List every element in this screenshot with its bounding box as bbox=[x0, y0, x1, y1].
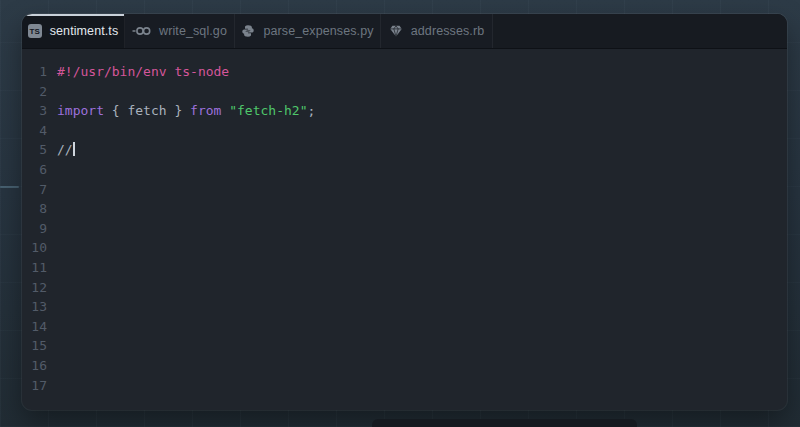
tab-label: parse_expenses.py bbox=[263, 24, 373, 38]
code-line[interactable]: 13 bbox=[28, 297, 787, 317]
line-number: 4 bbox=[28, 121, 47, 141]
line-number: 9 bbox=[28, 219, 47, 239]
code-lines: 1#!/usr/bin/env ts-node23import { fetch … bbox=[28, 62, 787, 395]
code-token-shebang: #!/usr/bin/env ts-node bbox=[57, 64, 229, 79]
tab-write-sql-go[interactable]: write_sql.go bbox=[125, 14, 235, 48]
code-token-plain: ; bbox=[307, 103, 315, 118]
tab-label: addresses.rb bbox=[411, 24, 484, 38]
code-line[interactable]: 8 bbox=[28, 199, 787, 219]
python-icon bbox=[241, 24, 255, 38]
line-number: 17 bbox=[28, 376, 47, 396]
line-number: 16 bbox=[28, 356, 47, 376]
line-number: 1 bbox=[28, 62, 47, 82]
line-number: 10 bbox=[28, 238, 47, 258]
text-cursor bbox=[73, 142, 75, 156]
code-token-plain: { fetch } bbox=[104, 103, 190, 118]
code-token-keyword: from bbox=[190, 103, 221, 118]
code-token-keyword: import bbox=[57, 103, 104, 118]
line-number: 5 bbox=[28, 140, 47, 160]
line-number: 12 bbox=[28, 278, 47, 298]
code-line[interactable]: 4 bbox=[28, 121, 787, 141]
tab-addresses-rb[interactable]: addresses.rb bbox=[381, 14, 493, 48]
line-number: 11 bbox=[28, 258, 47, 278]
line-number: 14 bbox=[28, 317, 47, 337]
code-line[interactable]: 1#!/usr/bin/env ts-node bbox=[28, 62, 787, 82]
line-number: 15 bbox=[28, 336, 47, 356]
next-panel-peek bbox=[372, 419, 637, 427]
code-editor-area[interactable]: 1#!/usr/bin/env ts-node23import { fetch … bbox=[22, 49, 787, 409]
line-number: 13 bbox=[28, 297, 47, 317]
code-line[interactable]: 10 bbox=[28, 238, 787, 258]
tab-parse-expenses-py[interactable]: parse_expenses.py bbox=[235, 14, 381, 48]
ruby-icon bbox=[389, 24, 403, 38]
code-text: import { fetch } from "fetch-h2"; bbox=[57, 101, 315, 121]
code-line[interactable]: 16 bbox=[28, 356, 787, 376]
code-line[interactable]: 12 bbox=[28, 278, 787, 298]
code-line[interactable]: 11 bbox=[28, 258, 787, 278]
tab-bar: TS sentiment.ts write_sql.go parse_expen… bbox=[22, 14, 787, 49]
code-line[interactable]: 5// bbox=[28, 140, 787, 160]
code-text: // bbox=[57, 140, 75, 160]
code-line[interactable]: 6 bbox=[28, 160, 787, 180]
tab-label: write_sql.go bbox=[159, 24, 227, 38]
code-line[interactable]: 14 bbox=[28, 317, 787, 337]
code-line[interactable]: 3import { fetch } from "fetch-h2"; bbox=[28, 101, 787, 121]
code-line[interactable]: 9 bbox=[28, 219, 787, 239]
code-token-comment: // bbox=[57, 142, 73, 157]
tab-label: sentiment.ts bbox=[50, 24, 119, 38]
line-number: 8 bbox=[28, 199, 47, 219]
tab-sentiment-ts[interactable]: TS sentiment.ts bbox=[22, 14, 125, 48]
code-line[interactable]: 15 bbox=[28, 336, 787, 356]
code-token-string: "fetch-h2" bbox=[229, 103, 307, 118]
line-number: 6 bbox=[28, 160, 47, 180]
go-icon bbox=[132, 26, 151, 36]
code-line[interactable]: 2 bbox=[28, 82, 787, 102]
line-number: 3 bbox=[28, 101, 47, 121]
line-number: 2 bbox=[28, 82, 47, 102]
code-line[interactable]: 7 bbox=[28, 180, 787, 200]
code-text: #!/usr/bin/env ts-node bbox=[57, 62, 229, 82]
code-line[interactable]: 17 bbox=[28, 376, 787, 396]
background-dash-decor bbox=[0, 186, 19, 188]
tab-bar-empty-space bbox=[493, 14, 787, 48]
line-number: 7 bbox=[28, 180, 47, 200]
code-editor-window: TS sentiment.ts write_sql.go parse_expen… bbox=[22, 14, 787, 410]
typescript-icon: TS bbox=[28, 24, 42, 38]
